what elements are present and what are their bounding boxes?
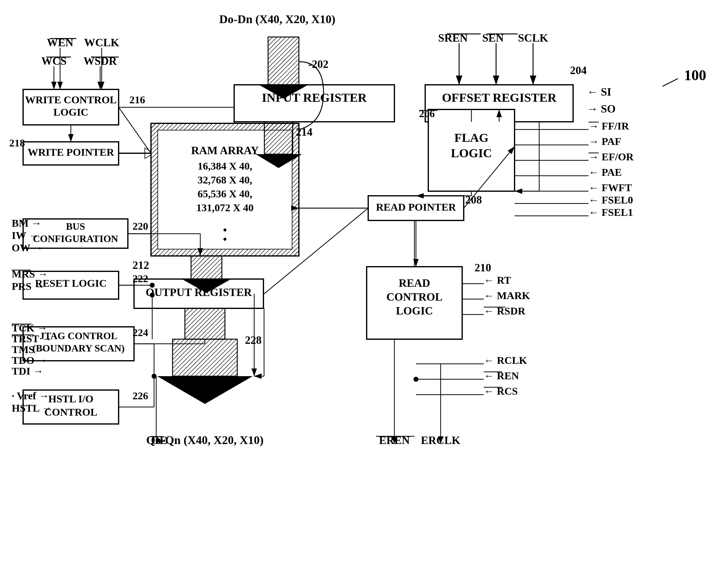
svg-rect-10	[151, 249, 299, 256]
bm-label: BM →	[12, 217, 42, 229]
write-control-label1: WRITE CONTROL	[25, 94, 117, 105]
wclk-label: WCLK	[84, 36, 119, 49]
hstl-in-label: HSTL →	[12, 402, 52, 414]
iw-label: IW →	[12, 230, 39, 241]
read-pointer-label: READ POINTER	[376, 201, 456, 213]
ram-label5: 131,072 X 40	[196, 202, 254, 213]
tdo-label: TDO →	[12, 355, 47, 366]
rt-label: ← RT	[484, 274, 511, 286]
label-212: 212	[132, 259, 149, 271]
svg-rect-7	[151, 123, 158, 256]
label-214: 214	[296, 126, 312, 138]
fsel1-label: ← FSEL1	[588, 207, 633, 218]
offset-register-label: OFFSET REGISTER	[442, 91, 557, 105]
read-control-label3: LOGIC	[396, 304, 433, 317]
read-control-label2: CONTROL	[386, 291, 442, 303]
ram-label2: 16,384 X 40,	[197, 160, 252, 172]
svg-marker-13	[264, 122, 293, 154]
svg-point-65	[413, 377, 418, 382]
label-204: 204	[570, 64, 587, 77]
read-control-label1: READ	[399, 277, 430, 289]
label-222: 222	[132, 273, 148, 284]
so-label: → SO	[587, 103, 616, 115]
vref-label: · Vref →	[12, 390, 49, 401]
tdi-label: TDI →	[12, 365, 43, 377]
svg-marker-50	[185, 308, 225, 339]
fwft-label: ← FWFT	[588, 182, 632, 193]
label-210: 210	[475, 261, 491, 274]
flag-label1: FLAG	[454, 131, 488, 145]
label-206: 206	[419, 108, 435, 119]
write-pointer-label: WRITE POINTER	[28, 146, 114, 158]
svg-marker-11	[268, 37, 299, 85]
si-label: ← SI	[587, 86, 611, 98]
label-224: 224	[132, 327, 148, 338]
do-dn-label: Do-Dn (X40, X20, X10)	[219, 13, 335, 26]
bus-config-label1: BUS	[66, 221, 85, 232]
ram-label4: 65,536 X 40,	[197, 188, 252, 200]
label-226: 226	[132, 390, 148, 401]
write-control-label2: LOGIC	[53, 106, 88, 118]
ow-label: OW →	[12, 242, 43, 253]
flag-label2: LOGIC	[451, 146, 492, 160]
pae-label: ← PAE	[588, 167, 622, 178]
ram-label1: RAM ARRAY	[191, 144, 259, 156]
label-220: 220	[132, 220, 148, 232]
circuit-diagram: 100 INPUT REGISTER OFFSET REGISTER WRITE…	[0, 0, 717, 588]
ref-100: 100	[684, 67, 706, 83]
hstl-label1: HSTL I/O	[48, 393, 93, 404]
svg-point-47	[150, 283, 155, 288]
fsel0-label: ← FSEL0	[588, 194, 633, 206]
prs-label: PRS →	[12, 280, 45, 292]
svg-marker-48	[191, 256, 222, 279]
label-218: 218	[9, 137, 25, 149]
svg-point-78	[152, 374, 156, 379]
paf-label: → PAF	[588, 136, 621, 147]
svg-marker-51	[173, 339, 237, 376]
ram-dots2: •	[223, 232, 227, 246]
sclk-label: SCLK	[518, 32, 548, 44]
tms-label: TMS →	[12, 344, 47, 355]
label-228: 228	[245, 334, 262, 346]
label-216: 216	[129, 94, 145, 105]
hstl-label2: CONTROL	[44, 406, 97, 418]
ram-label3: 32,768 X 40,	[197, 174, 252, 186]
rclk-label: ← RCLK	[484, 355, 527, 366]
mark-label: ← MARK	[484, 290, 530, 301]
qo-qn-label: Qo-Qn (X40, X20, X10)	[146, 434, 263, 447]
bus-config-label2: CONFIGURATION	[33, 233, 118, 244]
